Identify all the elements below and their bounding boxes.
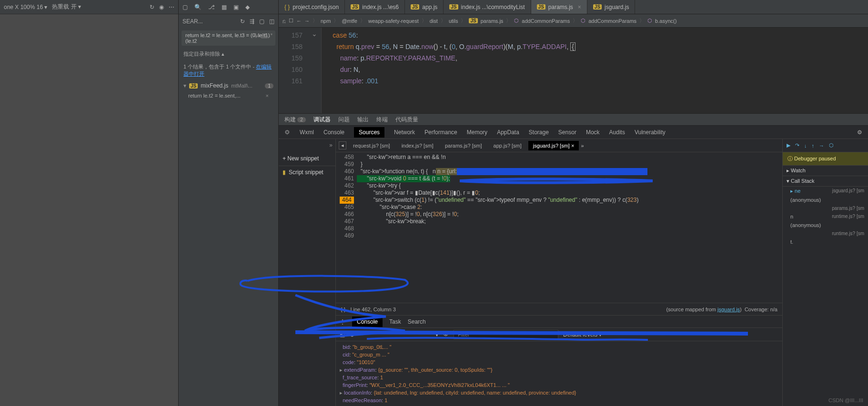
levels-dropdown[interactable]: Default levels ▾	[563, 331, 602, 338]
inspect-icon[interactable]: ⯐	[284, 129, 290, 136]
devtools-tab-appdata[interactable]: AppData	[497, 129, 519, 136]
stack-frame[interactable]: runtime.js? [sm	[783, 229, 868, 238]
deactivate-bp-icon[interactable]: ⬡	[829, 142, 834, 149]
editor-tab[interactable]: JS index.js ...\commodityList	[444, 0, 531, 14]
console-tab-search[interactable]: Search	[408, 318, 426, 325]
source-tab[interactable]: request.js? [sm]	[348, 141, 395, 150]
tab-terminal[interactable]: 终端	[376, 116, 388, 124]
tab-problems[interactable]: 问题	[338, 116, 350, 124]
device-selector[interactable]: one X 100% 16 ▾	[4, 4, 47, 10]
new-snippet-button[interactable]: + New snippet	[279, 151, 335, 166]
sidebar-toggle-icon[interactable]: ◧	[340, 331, 345, 338]
console-output[interactable]: bid: "b_group_0tL... " cid: "c_group_m .…	[336, 341, 782, 406]
editor-tab[interactable]: JS index.js ...\es6	[345, 0, 405, 14]
source-map-link[interactable]: jsguard.js	[717, 307, 740, 312]
sources-lines[interactable]: "src-kw">return a === en && !n}"src-kw">…	[357, 152, 782, 303]
search-options[interactable]: Aa Ab .*	[253, 32, 273, 38]
devtools-tab-sensor[interactable]: Sensor	[558, 129, 576, 136]
devtools-tab-sources[interactable]: Sources	[354, 127, 384, 138]
tab-debugger[interactable]: 调试器	[313, 116, 331, 124]
step-icon[interactable]: →	[819, 143, 824, 149]
more-icon[interactable]: ⋯	[169, 4, 174, 10]
step-into-icon[interactable]: ↓	[804, 143, 807, 149]
split-icon[interactable]: ◫	[269, 18, 274, 25]
source-tab[interactable]: jsguard.js? [sm] ×	[528, 141, 579, 150]
stack-frame[interactable]: t.	[783, 238, 868, 246]
breadcrumb-item[interactable]: params.js	[481, 18, 504, 24]
search-icon[interactable]: 🔍	[194, 4, 202, 10]
breadcrumb-item[interactable]: utils	[449, 18, 458, 24]
devtools-tab-memory[interactable]: Memory	[467, 129, 487, 136]
resume-icon[interactable]: ▶	[787, 142, 790, 149]
breadcrumb-item[interactable]: npm	[321, 18, 331, 24]
source-tab[interactable]: app.js? [sm]	[489, 141, 526, 150]
docker-icon[interactable]: ◆	[245, 4, 250, 10]
devtools-tab-mock[interactable]: Mock	[586, 129, 600, 136]
console-tab-task[interactable]: Task	[389, 318, 401, 325]
devtools-tab-audits[interactable]: Audits	[609, 129, 625, 136]
devtools-tab-console[interactable]: Console	[323, 129, 344, 136]
breadcrumb-icon[interactable]: ⎌	[283, 18, 286, 24]
step-over-icon[interactable]: ↷	[795, 142, 799, 149]
devtools-tab-vulnerability[interactable]: Vulnerability	[635, 129, 666, 136]
box-icon[interactable]: ▣	[233, 4, 239, 10]
stack-frame[interactable]: params.js? [sm	[783, 204, 868, 212]
editor-tab[interactable]: { } project.config.json	[279, 0, 345, 14]
files-icon[interactable]: ▢	[182, 4, 188, 10]
console-tab-console[interactable]: Console	[352, 317, 383, 327]
hotreload-toggle[interactable]: 热重载 开 ▾	[52, 3, 81, 11]
source-tab[interactable]: index.js? [sm]	[397, 141, 438, 150]
editor-tab[interactable]: JS params.js×	[531, 0, 587, 14]
collapse-icon[interactable]: ⇶	[250, 18, 254, 25]
editor-tab[interactable]: JS jsguard.js	[587, 0, 636, 14]
refresh-icon[interactable]: ↻	[150, 4, 154, 10]
devtools-tab-performance[interactable]: Performance	[424, 129, 457, 136]
clear-console-icon[interactable]: ⊘	[350, 331, 354, 338]
breadcrumb-item[interactable]: b.async()	[655, 18, 676, 24]
step-out-icon[interactable]: ↑	[812, 143, 815, 149]
ext-icon[interactable]: ▦	[222, 4, 227, 10]
breadcrumb-item[interactable]: addCommonParams	[522, 18, 570, 24]
tab-output[interactable]: 输出	[357, 116, 369, 124]
nav-icon[interactable]: ◂	[339, 141, 346, 149]
breadcrumb-item[interactable]: weapp-safety-request	[368, 18, 419, 24]
stack-frame[interactable]: ▸ nejsguard.js? [sm	[783, 187, 868, 196]
watch-section[interactable]: ▸ Watch	[783, 166, 868, 176]
gear-icon[interactable]: ⚙	[857, 129, 862, 136]
nav-fwd-icon[interactable]: →	[304, 18, 310, 24]
console-filter-input[interactable]	[454, 330, 558, 339]
breadcrumb-item[interactable]: addCommonParams	[588, 18, 636, 24]
format-icon[interactable]: { }	[341, 307, 345, 312]
close-icon[interactable]: ×	[578, 4, 581, 10]
more-tabs-icon[interactable]: »	[581, 143, 584, 149]
callstack-section[interactable]: ▾ Call Stack	[783, 176, 868, 187]
context-dropdown[interactable]: ▾	[435, 331, 438, 338]
search-scope[interactable]: 指定目录和排除 ▴	[179, 48, 278, 60]
eye-icon[interactable]: 👁	[443, 331, 449, 338]
editor-code[interactable]: case 56: return q.prev = 56, N = Date.no…	[322, 28, 868, 113]
newfile-icon[interactable]: ▢	[259, 18, 264, 25]
tab-quality[interactable]: 代码质量	[395, 116, 418, 124]
stack-frame[interactable]: (anonymous)	[783, 221, 868, 229]
sources-code[interactable]: 458 459 460 461 462 463 464 465 466 467 …	[336, 152, 782, 303]
search-input[interactable]: return le.t2 = le.sent, le.t3 = (0, le.t…	[182, 30, 275, 46]
snippet-item[interactable]: ▮ Script snippet	[279, 166, 335, 178]
stack-frame[interactable]: nruntime.js? [sm	[783, 212, 868, 221]
nav-back-icon[interactable]: ←	[296, 18, 302, 24]
more-snippets-icon[interactable]: »	[279, 139, 335, 151]
close-icon[interactable]: ×	[571, 143, 574, 149]
source-tab[interactable]: params.js? [sm]	[440, 141, 487, 150]
devtools-tab-network[interactable]: Network	[394, 129, 415, 136]
dismiss-match-icon[interactable]: ×	[266, 93, 269, 99]
devtools-tab-storage[interactable]: Storage	[529, 129, 549, 136]
search-result-line[interactable]: return le.t2 = le.sent,... ×	[179, 91, 278, 100]
breadcrumb-item[interactable]: @mtfe	[342, 18, 357, 24]
bookmark-icon[interactable]: ☐	[289, 18, 293, 24]
stop-icon[interactable]: ◉	[159, 4, 164, 10]
breadcrumb-item[interactable]: dist	[430, 18, 438, 24]
search-result-file[interactable]: ▾ JS mixFeed.js mtMall\... 1	[179, 80, 278, 91]
code-editor[interactable]: 157 158 159 160 161 ⌄ case 56: return q.…	[279, 28, 868, 113]
scm-icon[interactable]: ⎇	[208, 4, 215, 10]
console-menu-icon[interactable]: ⋮	[340, 318, 345, 325]
refresh-search-icon[interactable]: ↻	[240, 18, 245, 25]
